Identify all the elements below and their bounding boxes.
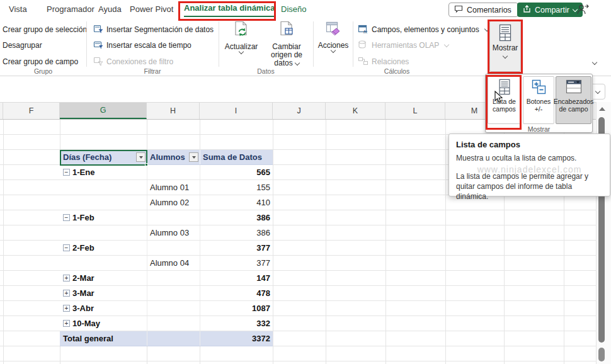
filter-dropdown-button[interactable] [136,152,146,162]
tab-analizar-tabla-dinamica[interactable]: Analizar tabla dinámica [184,0,275,17]
dropdown-item-botones[interactable]: Botones +/- [523,76,554,124]
pivot-cell-value[interactable]: 386 [200,225,273,240]
pivot-cell-student[interactable] [147,286,200,300]
chevron-down-icon [595,88,600,93]
pivot-header-sum[interactable]: Suma de Datos [200,150,273,164]
pivot-cell-value[interactable]: 377 [200,241,273,255]
actions-icon [325,20,341,40]
pivot-cell-value[interactable]: 478 [200,286,273,300]
pivot-cell-value[interactable]: 332 [200,316,273,331]
pivot-cell-student[interactable] [147,301,200,316]
pivot-cell-days[interactable]: +10-May [60,316,147,331]
ribbon-item-insertar-segmentacion[interactable]: Insertar Segmentación de datos [93,23,214,36]
collapse-group-button[interactable]: − [63,244,70,251]
expand-group-button[interactable]: + [63,290,70,297]
pivot-cell-days[interactable] [60,256,147,270]
pivot-cell-value[interactable]: 410 [200,195,273,210]
ribbon-item-relaciones: Relaciones [358,55,409,68]
chevron-down-icon [294,60,299,65]
pivot-header-students[interactable]: Alumnos [147,150,200,164]
pivot-cell-value[interactable]: 377 [200,256,273,270]
actions-button[interactable]: Acciones [315,20,351,52]
ribbon-separator [219,21,219,67]
change-data-source-button[interactable]: Cambiar origen de datos [261,20,312,67]
ribbon-item-crear-grupo-campo[interactable]: Crear grupo de campo [3,55,78,68]
ribbon-item-insertar-escala-tiempo[interactable]: Insertar escala de tiempo [93,39,191,52]
pivot-cell-value[interactable]: 565 [200,165,273,179]
chevron-down-icon [484,26,489,31]
share-button[interactable]: Compartir [517,3,583,17]
collapse-group-button[interactable]: − [63,214,70,221]
pivot-cell-student[interactable] [147,165,200,179]
pivot-cell-days[interactable]: Total general [60,331,147,346]
scroll-up-arrow-icon[interactable] [599,107,605,111]
pivot-cell-student[interactable] [147,241,200,255]
dropdown-item-encabezados[interactable]: Encabezados de campo [556,76,591,124]
mostrar-button[interactable]: Mostrar [489,21,521,72]
column-header-l[interactable]: L [385,103,445,119]
tab-power-pivot[interactable]: Power Pivot [130,0,173,18]
relationships-icon [358,56,368,68]
pivot-cell-student[interactable]: Alumno 03 [147,225,200,240]
pivot-cell-student[interactable] [147,331,200,346]
expand-group-button[interactable]: + [63,305,70,312]
excel-window: Vista Programador Ayuda Power Pivot Anal… [0,0,611,364]
pivot-group-row: −2-Feb377 [60,241,273,256]
expand-group-button[interactable]: + [63,320,70,327]
collapse-ribbon-chevron-icon[interactable] [592,60,597,65]
refresh-button[interactable]: Actualizar [222,20,261,54]
pivot-cell-days[interactable]: −1-Ene [60,165,147,179]
pivot-cell-days[interactable]: −2-Feb [60,241,147,255]
pivot-cell-days[interactable]: +2-Mar [60,271,147,285]
expand-group-button[interactable]: + [63,275,70,282]
pivot-row-label: 3-Abr [72,304,94,313]
timeline-icon [93,40,103,52]
person-icon[interactable] [576,3,590,18]
pivot-cell-student[interactable]: Alumno 04 [147,256,200,270]
pivot-cell-days[interactable]: +3-Mar [60,286,147,300]
gridline [385,120,386,364]
comments-button[interactable]: Comentarios [448,3,518,17]
column-header-k[interactable]: K [326,103,385,119]
pivot-cell-value[interactable]: 155 [200,180,273,195]
pivot-cell-value[interactable]: 1087 [200,301,273,316]
collapse-group-button[interactable]: − [63,169,70,176]
column-header-j[interactable]: J [273,103,326,119]
pivot-cell-value[interactable]: 147 [200,271,273,285]
gridline [273,120,273,364]
pivot-cell-student[interactable]: Alumno 02 [147,195,200,210]
ribbon-item-campos-elementos[interactable]: fx Campos, elementos y conjuntos [358,23,489,36]
plus-minus-buttons-icon [530,79,547,96]
pivot-header-days[interactable]: Días (Fecha) [60,150,147,164]
pivot-cell-student[interactable] [147,271,200,285]
ribbon-item-conexiones-filtro: Conexiones de filtro [93,55,173,68]
pivot-cell-value[interactable]: 3372 [200,331,273,346]
tab-ayuda[interactable]: Ayuda [98,0,122,18]
scroll-down-block[interactable] [598,348,605,361]
pivot-cell-days[interactable]: −1-Feb [60,210,147,225]
dropdown-item-lista-de-campos[interactable]: Lista de campos [488,76,521,124]
pivot-detail-row: Alumno 01155 [60,180,273,195]
pivot-cell-student[interactable] [147,210,200,225]
change-source-icon [278,20,295,41]
pivot-cell-days[interactable]: +3-Abr [60,301,147,316]
tab-vista[interactable]: Vista [9,0,27,18]
pivot-cell-days[interactable] [60,225,147,240]
column-header-g[interactable]: G [60,103,147,119]
column-header-f[interactable]: F [3,103,60,119]
pivot-cell-days[interactable] [60,180,147,195]
pivot-cell-student[interactable]: Alumno 01 [147,180,200,195]
ribbon-item-crear-grupo-seleccion[interactable]: Crear grupo de selección [3,23,87,36]
column-header-h[interactable]: H [147,103,200,119]
pivot-cell-student[interactable] [147,316,200,331]
pivot-row-label: Total general [63,334,113,343]
filter-dropdown-button[interactable] [189,152,198,162]
tab-diseno[interactable]: Diseño [281,0,306,18]
pivot-cell-days[interactable] [60,195,147,210]
group-label-filtrar: Filtrar [86,67,219,75]
pivot-group-row: +3-Abr1087 [60,301,273,316]
tab-programador[interactable]: Programador [47,0,94,18]
pivot-cell-value[interactable]: 386 [200,210,273,225]
ribbon-item-desagrupar[interactable]: Desagrupar [3,39,42,52]
column-header-i[interactable]: I [200,103,273,119]
